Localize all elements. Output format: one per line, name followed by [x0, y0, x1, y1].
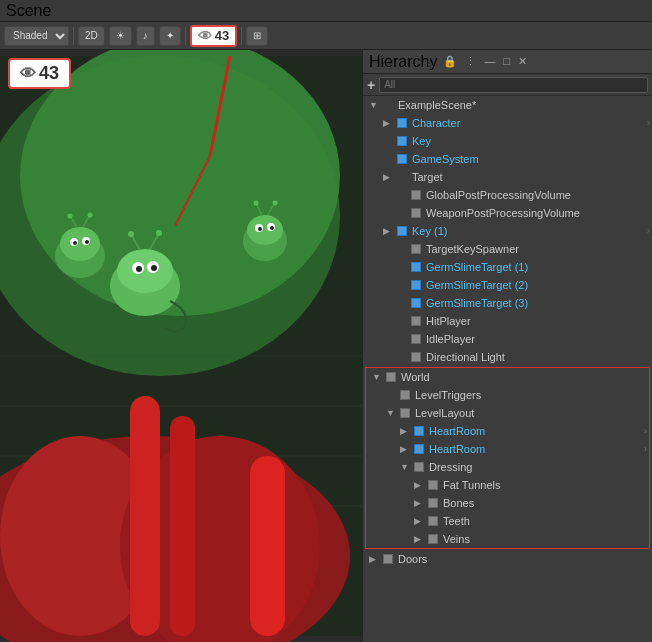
cube-key [395, 134, 409, 148]
arrow-world [372, 372, 384, 382]
hierarchy-lock-icon[interactable]: 🔒 [441, 54, 459, 69]
shading-mode-select[interactable]: Shaded [4, 26, 69, 46]
svg-rect-12 [250, 456, 285, 636]
tree-item-fattunnels[interactable]: Fat Tunnels [366, 476, 649, 494]
gizmo-overlay[interactable]: 👁 43 [8, 58, 71, 89]
tree-item-veins[interactable]: Veins [366, 530, 649, 548]
tree-item-targetkey[interactable]: TargetKeySpawner [363, 240, 652, 258]
tree-item-hitplayer[interactable]: HitPlayer [363, 312, 652, 330]
arrow-veins [414, 534, 426, 544]
arrow-heartroom1 [400, 426, 412, 436]
label-bones: Bones [443, 497, 647, 509]
cube-dirlight [409, 350, 423, 364]
label-gamesystem: GameSystem [412, 153, 650, 165]
main-content: 👁 43 Hierarchy 🔒 ⋮ — □ ✕ + Ex [0, 50, 652, 642]
label-dirlight: Directional Light [426, 351, 650, 363]
2d-label: 2D [85, 30, 98, 41]
effects-button[interactable]: ✦ [159, 26, 181, 46]
label-germ1: GermSlimeTarget (1) [426, 261, 650, 273]
tree-item-key[interactable]: Key [363, 132, 652, 150]
svg-point-37 [258, 227, 262, 231]
svg-point-32 [88, 213, 93, 218]
label-target: Target [412, 171, 650, 183]
cube-heartroom1 [412, 424, 426, 438]
scene-view[interactable]: 👁 43 [0, 50, 362, 642]
world-section: 👁 👁 👁 👁 👁 👁 👁 👁 👁 👁 World [365, 367, 650, 549]
tree-item-heartroom2[interactable]: HeartRoom › [366, 440, 649, 458]
tree-item-teeth[interactable]: Teeth [366, 512, 649, 530]
tree-item-target[interactable]: Target [363, 168, 652, 186]
tree-item-bones[interactable]: Bones [366, 494, 649, 512]
label-targetkey: TargetKeySpawner [426, 243, 650, 255]
hierarchy-tree[interactable]: ExampleScene* Character › Key [363, 96, 652, 642]
tree-item-germ3[interactable]: GermSlimeTarget (3) [363, 294, 652, 312]
label-dressing: Dressing [429, 461, 647, 473]
add-hierarchy-button[interactable]: + [367, 77, 375, 93]
gizmo-count-display[interactable]: 👁 43 [190, 25, 237, 47]
chevron-heartroom1: › [644, 426, 647, 436]
tree-item-leveltriggers[interactable]: LevelTriggers [366, 386, 649, 404]
toolbar-divider-2 [185, 27, 186, 45]
cube-target [395, 170, 409, 184]
cube-example-scene [381, 98, 395, 112]
cube-bones [426, 496, 440, 510]
label-leveltriggers: LevelTriggers [415, 389, 647, 401]
svg-rect-10 [130, 396, 160, 636]
tree-item-character[interactable]: Character › [363, 114, 652, 132]
tree-item-germ1[interactable]: GermSlimeTarget (1) [363, 258, 652, 276]
tree-item-dressing[interactable]: Dressing [366, 458, 649, 476]
cube-globalpost [409, 188, 423, 202]
hierarchy-minimize-icon[interactable]: — [482, 54, 497, 69]
svg-point-28 [85, 240, 89, 244]
tree-item-globalpost[interactable]: GlobalPostProcessingVolume [363, 186, 652, 204]
scene-tab-label: Scene [6, 2, 51, 20]
tree-item-example-scene[interactable]: ExampleScene* [363, 96, 652, 114]
tree-item-weaponpost[interactable]: WeaponPostProcessingVolume [363, 204, 652, 222]
cube-hitplayer [409, 314, 423, 328]
gizmo-eye-icon: 👁 [198, 28, 212, 44]
arrow-character [383, 118, 395, 128]
tree-item-gamesystem[interactable]: GameSystem [363, 150, 652, 168]
hierarchy-search-input[interactable] [379, 77, 648, 93]
arrow-example-scene [369, 100, 381, 110]
hierarchy-menu-icon[interactable]: ⋮ [463, 54, 478, 69]
audio-button[interactable]: ♪ [136, 26, 155, 46]
grid-button[interactable]: ⊞ [246, 26, 268, 46]
arrow-bones [414, 498, 426, 508]
svg-point-38 [270, 226, 274, 230]
label-heartroom1: HeartRoom [429, 425, 642, 437]
hierarchy-header: Hierarchy 🔒 ⋮ — □ ✕ [363, 50, 652, 74]
tree-item-germ2[interactable]: GermSlimeTarget (2) [363, 276, 652, 294]
gizmo-overlay-count: 43 [39, 63, 59, 84]
tree-item-dirlight[interactable]: Directional Light [363, 348, 652, 366]
label-fattunnels: Fat Tunnels [443, 479, 647, 491]
toolbar-divider-3 [241, 27, 242, 45]
hierarchy-expand-icon[interactable]: □ [501, 54, 512, 69]
tree-item-doors[interactable]: Doors [363, 550, 652, 568]
cube-germ3 [409, 296, 423, 310]
chevron-key2: › [647, 226, 650, 236]
cube-character [395, 116, 409, 130]
tree-item-world[interactable]: World [366, 368, 649, 386]
tree-item-key2[interactable]: Key (1) › [363, 222, 652, 240]
cube-idleplayer [409, 332, 423, 346]
cube-teeth [426, 514, 440, 528]
hierarchy-close-icon[interactable]: ✕ [516, 54, 529, 69]
cube-germ1 [409, 260, 423, 274]
light-button[interactable]: ☀ [109, 26, 132, 46]
svg-point-24 [60, 227, 100, 261]
toolbar-divider-1 [73, 27, 74, 45]
cube-fattunnels [426, 478, 440, 492]
tree-item-idleplayer[interactable]: IdlePlayer [363, 330, 652, 348]
svg-point-42 [273, 201, 278, 206]
svg-rect-11 [170, 416, 195, 636]
svg-point-20 [128, 231, 134, 237]
cube-levellayout [398, 406, 412, 420]
tree-item-levellayout[interactable]: LevelLayout [366, 404, 649, 422]
label-weaponpost: WeaponPostProcessingVolume [426, 207, 650, 219]
2d-toggle-button[interactable]: 2D [78, 26, 105, 46]
chevron-character: › [647, 118, 650, 128]
cube-heartroom2 [412, 442, 426, 456]
tree-item-heartroom1[interactable]: HeartRoom › [366, 422, 649, 440]
scene-canvas [0, 50, 362, 642]
